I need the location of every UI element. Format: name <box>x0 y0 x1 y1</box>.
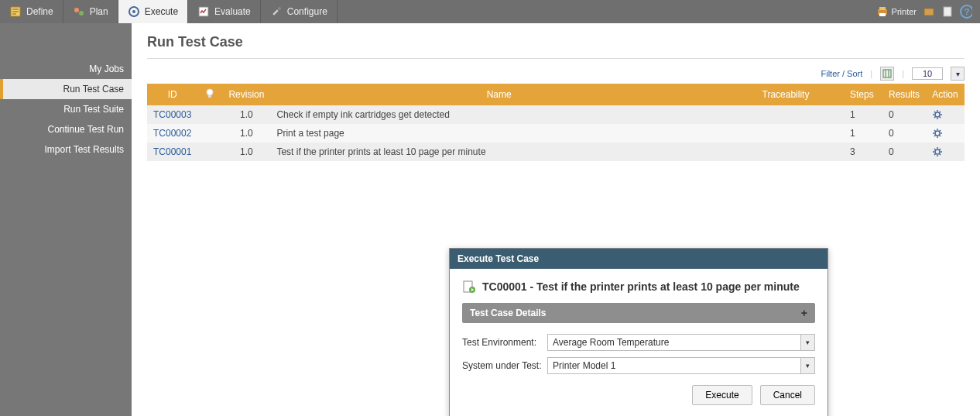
sut-value: Printer Model 1 <box>547 357 801 374</box>
cell-traceability <box>728 143 844 161</box>
cell-steps: 1 <box>844 105 882 124</box>
svg-point-1 <box>74 8 79 12</box>
cell-steps: 3 <box>844 143 882 161</box>
action-gear[interactable] <box>932 109 958 120</box>
col-name[interactable]: Name <box>270 84 728 105</box>
col-id[interactable]: ID <box>147 84 197 105</box>
cell-results: 0 <box>882 124 926 143</box>
test-env-label: Test Environment: <box>462 337 547 348</box>
tab-execute[interactable]: Execute <box>118 0 188 23</box>
define-icon <box>9 5 22 18</box>
table-row: TC00003 1.0 Check if empty ink cartridge… <box>147 105 965 124</box>
action-gear[interactable] <box>932 146 958 157</box>
svg-point-17 <box>935 112 940 117</box>
cancel-button[interactable]: Cancel <box>760 385 815 405</box>
toolbar-btn-2[interactable] <box>941 5 954 18</box>
sidebar-item-import[interactable]: Import Test Results <box>0 139 132 160</box>
sidebar-item-runtestsuite[interactable]: Run Test Suite <box>0 99 132 119</box>
col-results[interactable]: Results <box>882 84 926 105</box>
svg-rect-8 <box>879 7 886 10</box>
gear-icon <box>932 109 943 120</box>
form-row-sut: System under Test: Printer Model 1 ▾ <box>462 357 815 374</box>
svg-text:?: ? <box>965 7 970 16</box>
col-action[interactable]: Action <box>926 84 965 105</box>
sidebar: My Jobs Run Test Case Run Test Suite Con… <box>0 23 132 416</box>
tab-plan[interactable]: Plan <box>63 0 118 23</box>
box-icon <box>923 5 935 18</box>
svg-point-19 <box>935 150 940 154</box>
gear-icon <box>932 128 943 139</box>
tab-define[interactable]: Define <box>0 0 63 23</box>
tab-evaluate[interactable]: Evaluate <box>188 0 261 23</box>
cell-results: 0 <box>882 143 926 161</box>
toolbar-btn-1[interactable] <box>923 5 935 18</box>
svg-rect-14 <box>883 70 891 77</box>
sidebar-item-myjobs[interactable]: My Jobs <box>0 59 132 79</box>
page-title: Run Test Case <box>147 34 965 59</box>
run-icon <box>462 280 476 294</box>
sidebar-item-label: My Jobs <box>89 64 124 74</box>
filter-sort-link[interactable]: Filter / Sort <box>821 69 862 78</box>
sidebar-item-label: Run Test Case <box>63 84 125 95</box>
page-size-dropdown[interactable]: ▾ <box>951 67 965 81</box>
dialog-title-text: TC00001 - Test if the printer prints at … <box>482 280 800 293</box>
col-bulb[interactable] <box>197 84 222 105</box>
dialog-body: TC00001 - Test if the printer prints at … <box>450 269 828 416</box>
id-link[interactable]: TC00003 <box>153 109 191 120</box>
expand-icon: + <box>801 307 807 319</box>
columns-button[interactable] <box>880 67 894 81</box>
id-link[interactable]: TC00002 <box>153 128 191 139</box>
context-printer-label: Printer <box>892 7 917 16</box>
printer-icon <box>876 5 889 18</box>
table-row: TC00002 1.0 Print a test page 1 0 <box>147 124 965 143</box>
dialog-header[interactable]: Execute Test Case <box>450 249 828 269</box>
dialog-title: TC00001 - Test if the printer prints at … <box>462 280 815 294</box>
svg-point-18 <box>935 131 940 136</box>
test-case-details-section[interactable]: Test Case Details + <box>462 303 815 323</box>
execute-button[interactable]: Execute <box>692 385 752 405</box>
tab-configure[interactable]: Configure <box>261 0 338 23</box>
col-steps[interactable]: Steps <box>844 84 882 105</box>
sidebar-item-label: Run Test Suite <box>63 104 124 115</box>
content-area: Run Test Case Filter / Sort | | 10 ▾ ID … <box>132 23 980 416</box>
id-link[interactable]: TC00001 <box>153 146 191 157</box>
dialog-buttons: Execute Cancel <box>462 385 815 405</box>
page-icon <box>941 5 954 18</box>
test-case-table: ID Revision Name Traceability Steps Resu… <box>147 84 965 161</box>
sidebar-item-continue[interactable]: Continue Test Run <box>0 119 132 139</box>
top-toolbar-right: Printer ? <box>869 0 980 23</box>
cell-name: Test if the printer prints at least 10 p… <box>270 143 728 161</box>
svg-rect-9 <box>879 13 886 16</box>
bulb-icon <box>204 88 216 100</box>
sidebar-item-label: Import Test Results <box>45 144 124 155</box>
sut-select[interactable]: Printer Model 1 ▾ <box>547 357 815 374</box>
action-gear[interactable] <box>932 128 958 139</box>
svg-rect-10 <box>924 9 934 15</box>
sut-label: System under Test: <box>462 360 547 371</box>
cell-revision: 1.0 <box>222 124 270 143</box>
tab-configure-label: Configure <box>287 6 327 17</box>
divider: | <box>902 69 904 78</box>
tab-evaluate-label: Evaluate <box>214 6 251 17</box>
context-printer[interactable]: Printer <box>876 5 917 18</box>
svg-point-15 <box>207 89 213 95</box>
table-body: TC00003 1.0 Check if empty ink cartridge… <box>147 105 965 161</box>
cell-name: Print a test page <box>270 124 728 143</box>
page-size-display: 10 <box>912 67 943 80</box>
help-button[interactable]: ? <box>960 5 972 18</box>
gear-icon <box>932 146 943 157</box>
col-traceability[interactable]: Traceability <box>728 84 844 105</box>
section-label: Test Case Details <box>470 308 547 318</box>
main-layout: My Jobs Run Test Case Run Test Suite Con… <box>0 23 980 416</box>
test-env-select[interactable]: Average Room Temperature ▾ <box>547 334 815 351</box>
cell-revision: 1.0 <box>222 143 270 161</box>
col-revision[interactable]: Revision <box>222 84 270 105</box>
tab-execute-label: Execute <box>145 6 178 17</box>
cell-results: 0 <box>882 105 926 124</box>
cell-name: Check if empty ink cartridges get detect… <box>270 105 728 124</box>
cell-traceability <box>728 105 844 124</box>
top-toolbar: Define Plan Execute Evaluate Configure P… <box>0 0 980 23</box>
sidebar-item-runtestcase[interactable]: Run Test Case <box>0 79 132 99</box>
chevron-down-icon: ▾ <box>801 334 815 351</box>
svg-point-4 <box>132 10 135 13</box>
